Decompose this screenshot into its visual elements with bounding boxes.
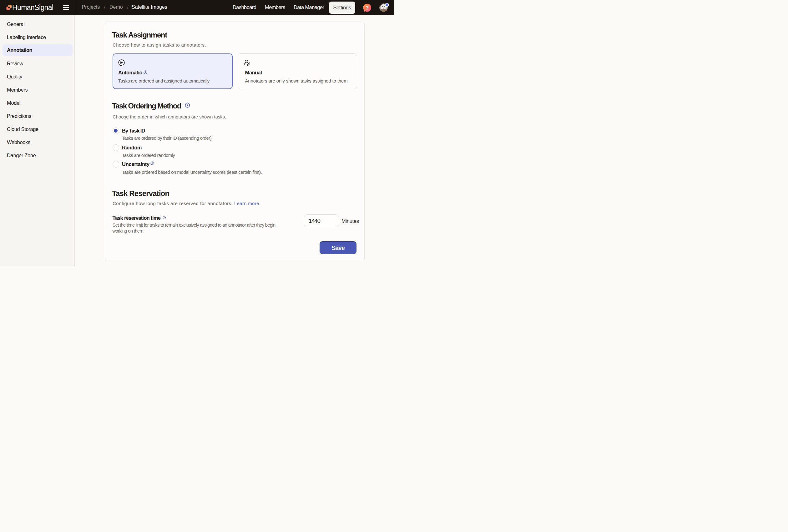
svg-text:?: ? [366, 5, 369, 11]
